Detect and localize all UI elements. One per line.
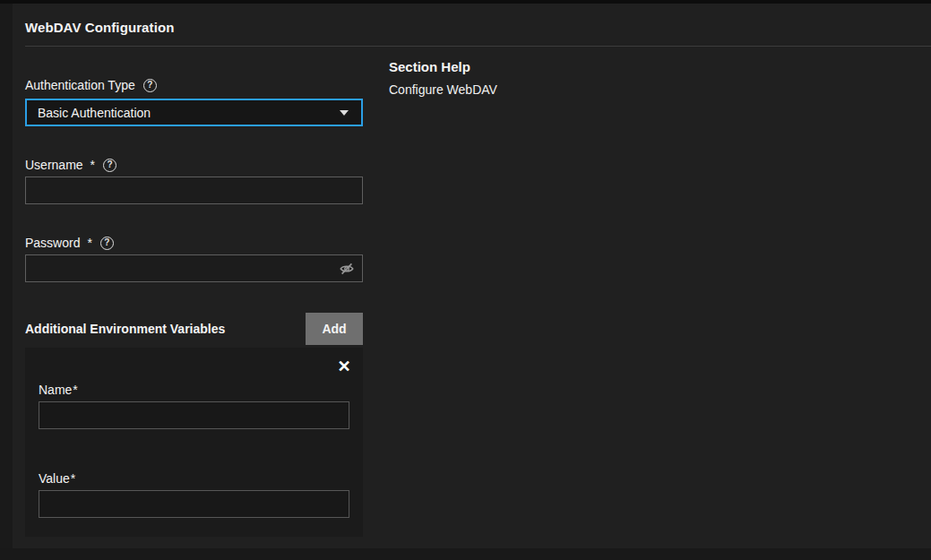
section-help-title: Section Help (389, 59, 497, 74)
auth-type-dropdown[interactable]: Basic Authentication (25, 99, 363, 126)
password-label: Password* ? (25, 236, 114, 250)
required-marker: * (91, 158, 95, 172)
section-help: Section Help Configure WebDAV (389, 59, 497, 97)
required-marker: * (87, 236, 91, 250)
username-input[interactable] (25, 177, 363, 204)
required-marker: * (71, 471, 75, 486)
env-value-label-text: Value (39, 471, 70, 486)
bottom-edge-strip (0, 548, 931, 560)
page-title: WebDAV Configuration (25, 20, 174, 35)
add-env-var-button[interactable]: Add (306, 313, 363, 345)
close-icon[interactable]: ✕ (336, 358, 352, 375)
title-divider (25, 46, 931, 47)
webdav-configuration-screen: WebDAV Configuration Authentication Type… (0, 0, 931, 560)
help-icon[interactable]: ? (103, 159, 116, 172)
username-label: Username* ? (25, 158, 116, 172)
env-vars-label: Additional Environment Variables (25, 322, 225, 336)
env-name-label-text: Name (39, 383, 72, 397)
auth-type-selected-value: Basic Authentication (38, 106, 340, 120)
password-input[interactable] (25, 254, 363, 282)
env-value-input[interactable] (39, 490, 349, 518)
section-help-description: Configure WebDAV (389, 82, 497, 97)
env-value-label: Value* (39, 471, 75, 486)
auth-type-label: Authentication Type ? (25, 78, 157, 92)
left-edge-strip (0, 4, 13, 560)
view-off-icon[interactable] (338, 260, 356, 278)
required-marker: * (73, 383, 77, 397)
top-edge-strip (0, 0, 931, 4)
password-field-wrap (25, 254, 363, 282)
help-icon[interactable]: ? (100, 237, 114, 250)
username-label-text: Username (25, 158, 83, 172)
password-label-text: Password (25, 236, 80, 250)
env-name-input[interactable] (39, 401, 349, 429)
env-name-label: Name* (39, 383, 78, 397)
auth-type-label-text: Authentication Type (25, 78, 135, 92)
help-icon[interactable]: ? (143, 79, 157, 92)
env-var-entry-panel: ✕ Name* Value* (25, 348, 363, 537)
chevron-down-icon (340, 110, 349, 116)
